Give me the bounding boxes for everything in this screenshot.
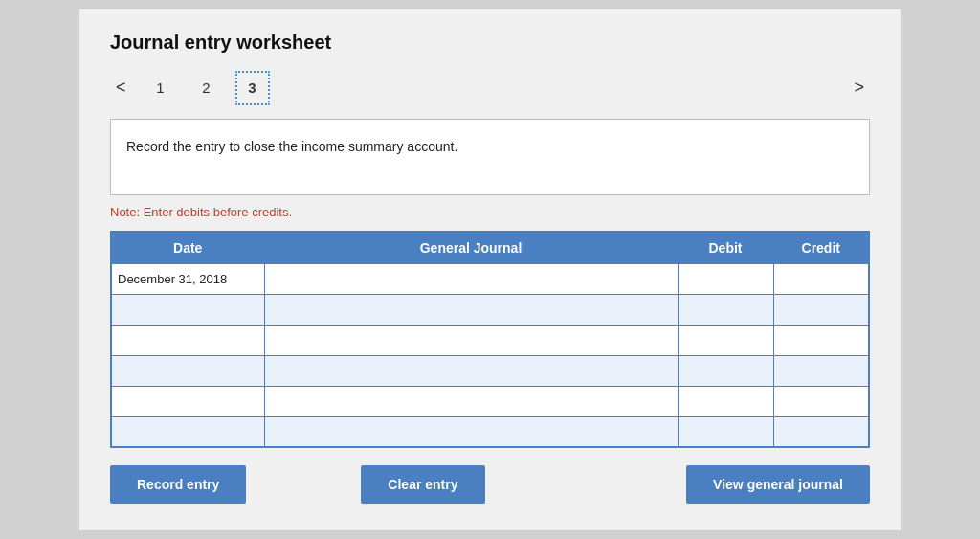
worksheet-container: Journal entry worksheet < 1 2 3 > Record… [78, 8, 902, 532]
next-arrow[interactable]: > [848, 76, 870, 100]
clear-entry-button[interactable]: Clear entry [361, 465, 484, 504]
table-row [111, 294, 869, 325]
credit-input-2[interactable] [780, 295, 863, 325]
debit-input-4[interactable] [684, 356, 768, 386]
tab-3[interactable]: 3 [235, 71, 270, 105]
debit-input-3[interactable] [684, 326, 768, 355]
header-debit: Debit [678, 232, 773, 264]
journal-cell-1[interactable] [264, 263, 678, 294]
debit-input-2[interactable] [684, 295, 768, 325]
journal-input-6[interactable] [271, 417, 672, 447]
debit-cell-1[interactable] [678, 263, 773, 294]
journal-input-3[interactable] [271, 326, 672, 355]
table-row [111, 325, 869, 355]
date-cell-4 [111, 355, 264, 386]
credit-cell-4[interactable] [773, 355, 869, 386]
credit-input-4[interactable] [780, 356, 863, 386]
header-journal: General Journal [264, 232, 678, 264]
credit-input-5[interactable] [780, 387, 863, 416]
date-cell-1: December 31, 2018 [111, 263, 264, 294]
buttons-row: Record entry Clear entry View general jo… [110, 465, 870, 504]
table-row: December 31, 2018 [111, 263, 869, 294]
credit-input-3[interactable] [780, 326, 863, 355]
credit-cell-2[interactable] [773, 294, 869, 325]
journal-cell-5[interactable] [264, 386, 678, 416]
credit-input-6[interactable] [780, 417, 863, 447]
header-date: Date [111, 232, 264, 264]
date-cell-6 [111, 416, 264, 447]
tab-2[interactable]: 2 [189, 71, 224, 105]
date-cell-5 [111, 386, 264, 416]
note-text: Note: Enter debits before credits. [110, 205, 870, 219]
table-row [111, 416, 869, 447]
journal-input-5[interactable] [271, 387, 672, 416]
instruction-text: Record the entry to close the income sum… [126, 139, 457, 154]
prev-arrow[interactable]: < [110, 76, 132, 100]
debit-cell-6[interactable] [678, 416, 773, 447]
credit-cell-1[interactable] [773, 263, 869, 294]
journal-input-4[interactable] [271, 356, 672, 386]
date-cell-3 [111, 325, 264, 355]
record-entry-button[interactable]: Record entry [110, 465, 246, 504]
credit-cell-6[interactable] [773, 416, 869, 447]
date-cell-2 [111, 294, 264, 325]
journal-input-1[interactable] [271, 264, 672, 294]
journal-cell-3[interactable] [264, 325, 678, 355]
debit-cell-5[interactable] [678, 386, 773, 416]
journal-cell-4[interactable] [264, 355, 678, 386]
journal-table: Date General Journal Debit Credit Decemb… [110, 231, 870, 449]
debit-input-1[interactable] [684, 264, 768, 294]
debit-cell-2[interactable] [678, 294, 773, 325]
header-credit: Credit [773, 232, 869, 264]
credit-cell-5[interactable] [773, 386, 869, 416]
page-title: Journal entry worksheet [110, 32, 870, 54]
credit-cell-3[interactable] [773, 325, 869, 355]
instruction-box: Record the entry to close the income sum… [110, 119, 870, 195]
debit-input-5[interactable] [684, 387, 768, 416]
debit-cell-3[interactable] [678, 325, 773, 355]
tab-1[interactable]: 1 [144, 71, 178, 105]
journal-input-2[interactable] [271, 295, 672, 325]
table-row [111, 355, 869, 386]
journal-cell-2[interactable] [264, 294, 678, 325]
debit-input-6[interactable] [684, 417, 768, 447]
tab-navigation: < 1 2 3 > [110, 71, 870, 105]
table-row [111, 386, 869, 416]
credit-input-1[interactable] [780, 264, 863, 294]
debit-cell-4[interactable] [678, 355, 773, 386]
view-general-journal-button[interactable]: View general journal [686, 465, 870, 504]
journal-cell-6[interactable] [264, 416, 678, 447]
